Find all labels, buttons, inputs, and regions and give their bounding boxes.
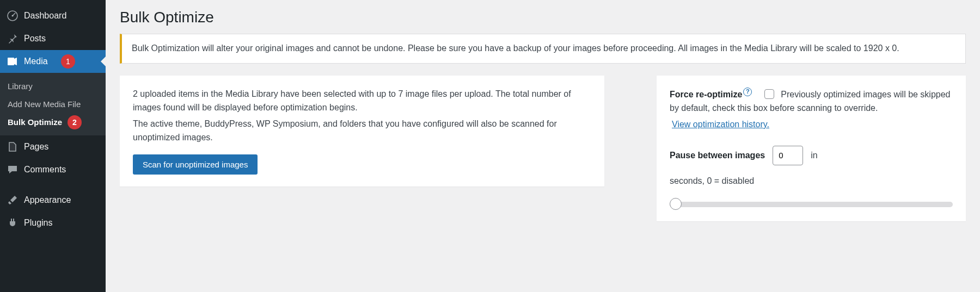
sidebar-item-label: Plugins xyxy=(24,218,52,228)
admin-sidebar: Dashboard Posts Media 1 Library Add New … xyxy=(0,0,106,292)
svg-point-1 xyxy=(11,15,13,16)
sidebar-item-media[interactable]: Media 1 xyxy=(0,50,106,73)
slider-thumb[interactable] xyxy=(670,198,682,210)
sidebar-item-label: Media xyxy=(24,57,48,66)
pin-icon xyxy=(7,33,19,45)
warning-notice: Bulk Optimization will alter your origin… xyxy=(120,34,966,64)
page-title: Bulk Optimize xyxy=(120,9,966,26)
submenu-item-bulk-optimize[interactable]: Bulk Optimize 2 xyxy=(0,113,106,131)
submenu-item-label: Bulk Optimize xyxy=(8,117,62,127)
sidebar-item-dashboard[interactable]: Dashboard xyxy=(0,4,106,27)
notification-badge: 2 xyxy=(68,115,82,129)
sidebar-item-comments[interactable]: Comments xyxy=(0,158,106,181)
force-reoptimize-row: Force re-optimize? Previously optimized … xyxy=(670,88,953,132)
sidebar-item-label: Posts xyxy=(24,34,46,44)
pause-slider[interactable] xyxy=(670,198,953,209)
info-text: 2 uploaded items in the Media Library ha… xyxy=(133,88,591,115)
info-text: The active theme, BuddyPress, WP Symposi… xyxy=(133,117,591,145)
sidebar-item-label: Comments xyxy=(24,165,66,175)
pause-row: Pause between images in seconds, 0 = dis… xyxy=(670,146,953,188)
slider-track xyxy=(670,202,953,207)
sidebar-item-label: Appearance xyxy=(24,195,71,205)
plug-icon xyxy=(7,217,19,229)
notification-badge: 1 xyxy=(61,54,75,69)
sidebar-item-pages[interactable]: Pages xyxy=(0,135,106,158)
pause-input[interactable] xyxy=(773,146,803,165)
dashboard-icon xyxy=(7,10,19,22)
comments-icon xyxy=(7,164,19,176)
pause-unit: in xyxy=(811,148,817,163)
submenu-item-add-new[interactable]: Add New Media File xyxy=(0,95,106,113)
sidebar-item-label: Dashboard xyxy=(24,11,66,21)
help-icon[interactable]: ? xyxy=(743,88,752,96)
history-link[interactable]: View optimization history. xyxy=(672,117,769,132)
media-icon xyxy=(7,55,19,67)
options-panel: Force re-optimize? Previously optimized … xyxy=(657,76,966,221)
main-content: Bulk Optimize Bulk Optimization will alt… xyxy=(106,0,980,292)
media-submenu: Library Add New Media File Bulk Optimize… xyxy=(0,73,106,135)
submenu-item-library[interactable]: Library xyxy=(0,77,106,95)
sidebar-item-label: Pages xyxy=(24,142,48,152)
brush-icon xyxy=(7,194,19,206)
force-reoptimize-checkbox[interactable] xyxy=(764,89,774,99)
pause-note: seconds, 0 = disabled xyxy=(670,174,953,188)
sidebar-item-appearance[interactable]: Appearance xyxy=(0,189,106,212)
pages-icon xyxy=(7,141,19,153)
scan-panel: 2 uploaded items in the Media Library ha… xyxy=(120,76,604,187)
sidebar-item-posts[interactable]: Posts xyxy=(0,27,106,50)
force-label: Force re-optimize xyxy=(670,90,742,99)
pause-label: Pause between images xyxy=(670,148,765,163)
scan-button[interactable]: Scan for unoptimized images xyxy=(133,154,258,175)
sidebar-item-plugins[interactable]: Plugins xyxy=(0,212,106,234)
